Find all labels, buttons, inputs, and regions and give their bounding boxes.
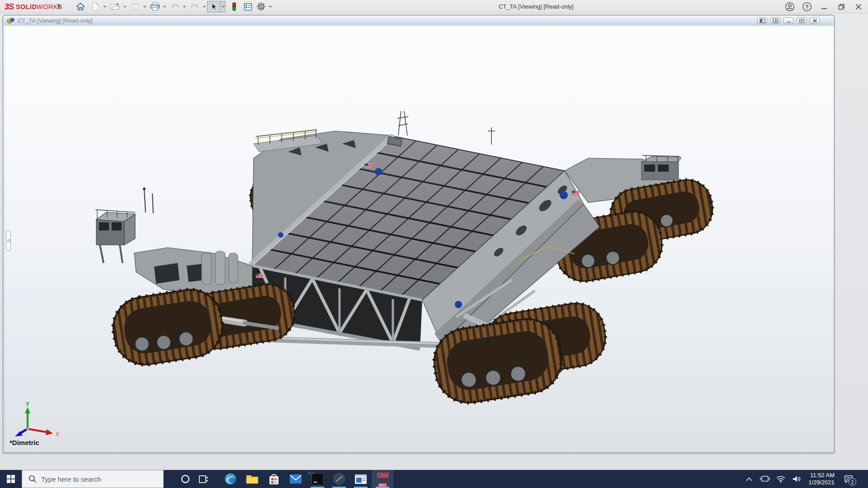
- dropdown-caret[interactable]: [122, 1, 127, 12]
- feature-manager-flyout-tab[interactable]: [6, 230, 11, 251]
- task-view-icon: [199, 475, 208, 483]
- doc-close-icon: [812, 19, 818, 23]
- solidworks-2021-icon: SW 2021: [376, 472, 389, 486]
- new-document-icon: [92, 2, 99, 11]
- screen: 3SSOLIDWORKS: [0, 0, 868, 488]
- taskbar-hexagon-app[interactable]: [328, 470, 350, 488]
- clock-time: 11:52 AM: [808, 472, 835, 479]
- taskbar-file-explorer[interactable]: [241, 470, 263, 488]
- document-title: CT_TA [Viewing] [Read-only]: [18, 17, 93, 24]
- dropdown-caret[interactable]: [202, 1, 207, 12]
- front-left-structure: [95, 188, 252, 299]
- taskbar-command-prompt[interactable]: C:\: [307, 470, 328, 488]
- solidworks-logo: 3SSOLIDWORKS: [5, 2, 62, 12]
- new-document-button[interactable]: [89, 1, 107, 12]
- dropdown-caret[interactable]: [221, 1, 226, 12]
- menu-flyout-arrow[interactable]: [58, 3, 61, 9]
- select-cursor-icon: [210, 2, 218, 11]
- brand-mark: 3S: [5, 2, 14, 12]
- triad-x-label: X: [56, 431, 59, 437]
- tray-wifi-button[interactable]: [775, 470, 787, 488]
- select-tool-button[interactable]: [207, 1, 226, 12]
- action-center-button[interactable]: 2: [840, 470, 857, 488]
- property-form-icon: [244, 3, 252, 11]
- search-input[interactable]: [41, 475, 150, 483]
- show-right-pane-icon: [773, 19, 778, 23]
- dropdown-caret[interactable]: [268, 1, 273, 12]
- undo-button[interactable]: [168, 1, 187, 12]
- doc-minimize-icon: [786, 19, 792, 23]
- chevron-up-icon: [746, 477, 752, 481]
- clock-date: 1/29/2021: [808, 479, 835, 486]
- doc-close-button[interactable]: [810, 17, 820, 24]
- options-gear-icon: [256, 2, 266, 11]
- minimize-button[interactable]: [817, 1, 831, 13]
- property-form-button[interactable]: [241, 1, 255, 12]
- dropdown-caret[interactable]: [182, 1, 187, 12]
- taskbar-clock[interactable]: 11:52 AM 1/29/2021: [807, 472, 836, 486]
- taskbar-mail[interactable]: [285, 470, 307, 488]
- notification-badge: 2: [849, 478, 856, 486]
- cortana-button[interactable]: [176, 470, 194, 488]
- open-button[interactable]: [108, 1, 127, 12]
- task-view-button[interactable]: [194, 470, 212, 488]
- account-icon: [785, 2, 795, 12]
- assembly-document-icon: [6, 17, 15, 24]
- options-button[interactable]: [254, 1, 273, 12]
- tray-volume-button[interactable]: [791, 470, 802, 488]
- file-explorer-icon: [246, 474, 259, 484]
- home-button[interactable]: [74, 1, 87, 12]
- dropdown-caret[interactable]: [102, 1, 107, 12]
- taskbar-solidworks[interactable]: SW 2021: [372, 470, 393, 488]
- traffic-light-icon: [231, 2, 237, 11]
- hexagon-app-icon: [333, 473, 345, 485]
- cortana-icon: [180, 474, 190, 484]
- traffic-light-button[interactable]: [227, 1, 241, 12]
- taskbar-search[interactable]: [22, 470, 164, 488]
- speaker-icon: [793, 475, 801, 483]
- doc-restore-button[interactable]: [797, 17, 807, 24]
- tray-display-button[interactable]: [759, 470, 771, 488]
- save-icon: [131, 3, 139, 11]
- taskbar-window-app[interactable]: [350, 470, 372, 488]
- close-button[interactable]: [852, 1, 865, 13]
- minimize-icon: [821, 4, 827, 10]
- show-left-pane-icon: [760, 19, 765, 23]
- restore-button[interactable]: [835, 1, 848, 13]
- print-button[interactable]: [148, 1, 167, 12]
- operator-cab: [95, 210, 135, 263]
- mdi-background: CT_TA [Viewing] [Read-only]: [0, 14, 868, 470]
- display-icon: [760, 475, 770, 483]
- document-titlebar[interactable]: CT_TA [Viewing] [Read-only]: [3, 15, 834, 26]
- print-icon: [150, 2, 160, 11]
- windows-logo-icon: [7, 475, 15, 483]
- search-icon: [28, 475, 37, 483]
- open-icon: [110, 2, 120, 11]
- dropdown-caret[interactable]: [142, 1, 147, 12]
- app-titlebar: 3SSOLIDWORKS: [0, 0, 868, 13]
- app-window-title: CT_TA [Viewing] [Read-only]: [499, 3, 574, 10]
- tray-chevron-button[interactable]: [743, 470, 755, 488]
- redo-icon: [190, 3, 199, 11]
- save-button[interactable]: [128, 1, 147, 12]
- left-antennas: [143, 188, 153, 213]
- view-orientation-label: *Dimetric: [9, 439, 39, 446]
- taskbar-store[interactable]: [263, 470, 285, 488]
- doc-minimize-button[interactable]: [783, 17, 793, 24]
- window-app-icon: [354, 474, 367, 484]
- crawler-transporter-model: [5, 26, 833, 451]
- graphics-viewport[interactable]: Y X *Dimetric: [5, 26, 833, 451]
- redo-button[interactable]: [188, 1, 207, 12]
- show-right-pane-button[interactable]: [770, 17, 780, 24]
- account-button[interactable]: [783, 1, 797, 13]
- document-window: CT_TA [Viewing] [Read-only]: [3, 15, 835, 453]
- help-button[interactable]: ?: [800, 1, 814, 13]
- taskbar-edge[interactable]: [220, 470, 241, 488]
- orientation-triad: Y X: [11, 401, 70, 444]
- dropdown-caret[interactable]: [162, 1, 167, 12]
- triad-y-label: Y: [26, 401, 29, 408]
- start-button[interactable]: [0, 470, 22, 488]
- show-left-pane-button[interactable]: [757, 17, 767, 24]
- home-icon: [76, 2, 85, 11]
- close-icon: [855, 4, 862, 10]
